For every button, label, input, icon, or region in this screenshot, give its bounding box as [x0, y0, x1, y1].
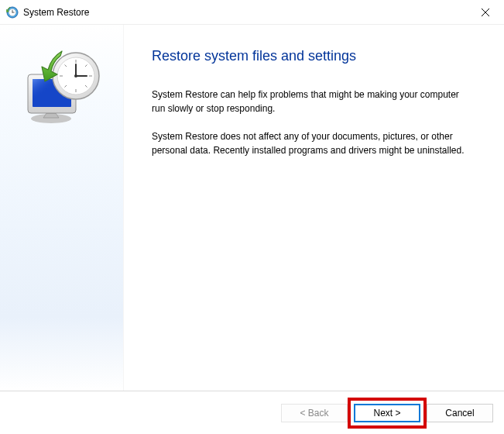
intro-paragraph-2: System Restore does not affect any of yo… [152, 129, 469, 157]
cancel-button[interactable]: Cancel [427, 404, 493, 422]
sidebar [0, 25, 124, 391]
window-title: System Restore [23, 7, 468, 18]
footer: < Back Next > Cancel [0, 391, 504, 434]
svg-point-22 [74, 74, 77, 78]
close-icon [482, 9, 489, 16]
back-button: < Back [281, 404, 348, 422]
next-button[interactable]: Next > [354, 404, 420, 422]
close-button[interactable] [468, 1, 502, 24]
titlebar: System Restore [0, 0, 504, 25]
restore-hero-icon [15, 39, 108, 132]
page-heading: Restore system files and settings [152, 48, 478, 64]
body: Restore system files and settings System… [0, 25, 504, 391]
main-content: Restore system files and settings System… [124, 25, 504, 391]
intro-paragraph-1: System Restore can help fix problems tha… [152, 88, 469, 115]
system-restore-window: System Restore [0, 0, 504, 434]
system-restore-icon [6, 6, 19, 19]
